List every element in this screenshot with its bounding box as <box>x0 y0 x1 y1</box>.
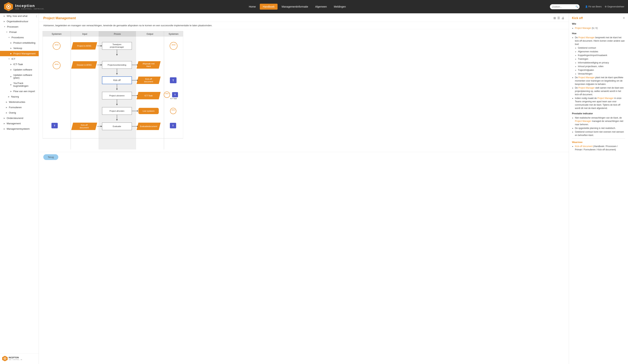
wie-section-title: Wie <box>572 22 625 26</box>
top-navigation: Inception SEE. CONTROL. IMPROVE. Home Ha… <box>0 0 628 13</box>
svg-text:Projectvoorbereiding: Projectvoorbereiding <box>108 64 126 66</box>
svg-marker-78 <box>137 110 138 112</box>
panel-body: Wie Project Manager (U, V) Hoe De Projec… <box>572 22 625 151</box>
svg-point-32 <box>170 42 177 50</box>
sidebar-item-primair[interactable]: ▼ Primair <box>0 29 39 35</box>
waarmee-section-title: Waarmee <box>572 140 625 144</box>
panel-title: Kick off <box>572 16 583 20</box>
sidebar-item-verkoop[interactable]: ▶ Verkoop <box>0 46 39 51</box>
right-panel: Kick off ✕ Wie Project Manager (U, V) Ho… <box>569 13 628 364</box>
process-diagram: Systemen Input Proces Output Systemen AF… <box>39 29 569 152</box>
sidebar-item-formulieren[interactable]: ▶ Formulieren <box>0 105 39 110</box>
svg-text:projectmanager: projectmanager <box>110 46 124 48</box>
svg-text:Systemen: Systemen <box>52 33 62 35</box>
svg-text:AFAS: AFAS <box>165 93 169 94</box>
svg-point-36 <box>53 62 60 69</box>
svg-point-81 <box>170 108 176 114</box>
user-settings[interactable]: ⚙ Gegevensbeheer <box>605 5 624 8</box>
sidebar-item-org[interactable]: ▶ Organisatiestructuur <box>0 19 39 24</box>
svg-text:Afspraak met: Afspraak met <box>143 63 155 65</box>
right-panel-header: Kick off ✕ <box>572 16 625 20</box>
svg-text:T: T <box>172 79 174 82</box>
sidebar-item-ict[interactable]: ▼ ICT <box>0 56 39 62</box>
project-manager-link-prestatie[interactable]: Project Manager <box>575 120 591 122</box>
svg-point-2 <box>8 6 9 7</box>
svg-text:T: T <box>174 94 176 96</box>
svg-point-5 <box>4 358 5 359</box>
svg-text:document: document <box>80 127 89 129</box>
page-title: Project Management <box>43 16 76 20</box>
kickoff-document-link[interactable]: Kick-off document <box>575 145 593 147</box>
nav-handboek[interactable]: Handboek <box>260 4 278 10</box>
panel-divider <box>572 138 625 139</box>
sidebar-item-nazorg[interactable]: ▶ Nazorg <box>0 94 39 99</box>
user-name[interactable]: 👤 Fé van Beers <box>585 5 602 8</box>
sidebar: 《 ▶ Why, how and what ▶ Organisatiestruc… <box>0 13 39 364</box>
footer-logo: INCEPTION SEE. CONTROL. IMPROVE. <box>2 356 22 362</box>
svg-text:Live systeem: Live systeem <box>143 110 155 112</box>
sidebar-item-overig[interactable]: ▶ Overig <box>0 110 39 115</box>
sidebar-item-procedures[interactable]: ▼ Procedures <box>0 35 39 40</box>
sidebar-item-processen[interactable]: ▼ Processen <box>0 24 39 29</box>
sidebar-item-why[interactable]: ▶ Why, how and what <box>0 13 39 19</box>
project-manager-link-wie[interactable]: Project Manager <box>575 27 591 29</box>
svg-text:AFAS: AFAS <box>171 109 175 111</box>
project-manager-link-hoe-3[interactable]: Project Manager <box>578 86 595 89</box>
content-area: Project Management ⊞ ☰ 🖨 Adviseren, bege… <box>39 13 569 364</box>
sidebar-item-ondersteunend[interactable]: ▶ Ondersteunend <box>0 115 39 121</box>
search-input[interactable] <box>552 5 574 8</box>
svg-text:AFAS: AFAS <box>55 44 59 46</box>
svg-text:T: T <box>172 124 174 127</box>
sidebar-collapse-btn[interactable]: 《 <box>35 15 37 18</box>
sidebar-item-managementsysteem[interactable]: ▶ Managementsysteem <box>0 126 39 132</box>
svg-text:Kick-off: Kick-off <box>145 78 152 80</box>
logo-text: Inception <box>15 4 45 8</box>
search-box[interactable]: 🔍 <box>550 4 579 9</box>
sidebar-item-management[interactable]: ▶ Management <box>0 121 39 126</box>
svg-text:AFAS: AFAS <box>55 64 59 65</box>
close-panel-btn[interactable]: ✕ <box>623 16 625 20</box>
project-manager-link-hoe-1[interactable]: Project Manager <box>578 36 595 39</box>
sidebar-item-project-management[interactable]: ▶ Project Management <box>0 51 39 56</box>
svg-text:ICT Taak: ICT Taak <box>170 98 177 99</box>
svg-text:Dossier in AFAS: Dossier in AFAS <box>77 64 91 66</box>
svg-text:ICT-Taak: ICT-Taak <box>145 94 153 97</box>
logo-icon <box>4 2 13 11</box>
list-view-icon[interactable]: ☰ <box>557 16 560 20</box>
nav-algemeen[interactable]: Algemeen <box>312 4 330 10</box>
project-manager-link-hoe-2[interactable]: Project Manager <box>578 76 595 79</box>
svg-text:Kick off: Kick off <box>113 79 121 81</box>
svg-marker-46 <box>137 61 160 69</box>
sidebar-item-product[interactable]: ▶ Product ontwikkeling <box>0 40 39 46</box>
back-btn-area: Terug <box>39 152 569 162</box>
sidebar-item-werkinstructies[interactable]: ▶ Werkinstructies <box>0 99 39 105</box>
svg-text:klant: klant <box>146 65 151 67</box>
toolbar-icons: ⊞ ☰ 🖨 <box>553 16 564 20</box>
nav-home[interactable]: Home <box>246 4 259 10</box>
sidebar-footer: INCEPTION SEE. CONTROL. IMPROVE. <box>0 354 39 364</box>
svg-text:document: document <box>144 80 153 83</box>
nav-links: Home Handboek Managementinformatie Algem… <box>50 4 544 10</box>
back-button[interactable]: Terug <box>43 154 58 160</box>
sidebar-item-ict-taak[interactable]: ▶ ICT-Taak <box>0 62 39 67</box>
svg-text:Systemen: Systemen <box>168 33 178 35</box>
user-area: 👤 Fé van Beers ⚙ Gegevensbeheer <box>585 5 624 8</box>
sidebar-item-youtrack[interactable]: ▶ YouTrack bugmeldingen <box>0 80 39 89</box>
tree-view-icon[interactable]: ⊞ <box>553 16 556 20</box>
svg-text:SEE. CONTROL. IMPROVE.: SEE. CONTROL. IMPROVE. <box>9 359 22 360</box>
svg-text:INCEPTION: INCEPTION <box>9 357 19 359</box>
print-icon[interactable]: 🖨 <box>561 16 564 20</box>
sidebar-item-flow-import[interactable]: ▶ Flow van een import <box>0 89 39 94</box>
svg-text:Project uitvoeren: Project uitvoeren <box>109 94 125 97</box>
main-layout: 《 ▶ Why, how and what ▶ Organisatiestruc… <box>0 13 628 364</box>
nav-meldingen[interactable]: Meldingen <box>331 4 349 10</box>
prestatie-section-title: Prestatie indicator <box>572 112 625 115</box>
logo: Inception SEE. CONTROL. IMPROVE. <box>4 2 45 11</box>
sidebar-item-updaten-plan[interactable]: ▶ Updaten software (plan) <box>0 72 39 80</box>
svg-text:Evaluatiedocument: Evaluatiedocument <box>140 125 157 127</box>
project-manager-link-hoe-4[interactable]: Project Manager <box>597 97 614 99</box>
sidebar-item-updaten-software[interactable]: ▶ Updaten software <box>0 67 39 72</box>
svg-text:Project in AFAS: Project in AFAS <box>77 45 91 47</box>
nav-management[interactable]: Managementinformatie <box>279 4 311 10</box>
svg-text:Input: Input <box>82 33 87 35</box>
